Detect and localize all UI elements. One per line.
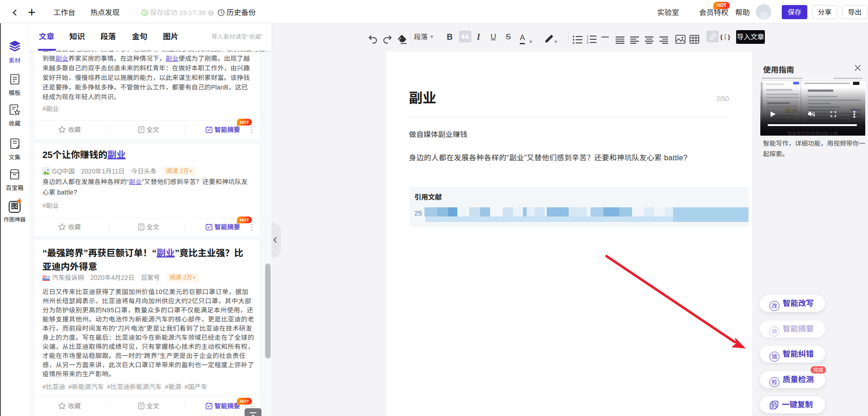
svg-text:TSW: TSW <box>46 275 50 278</box>
svg-text:3: 3 <box>587 41 588 45</box>
